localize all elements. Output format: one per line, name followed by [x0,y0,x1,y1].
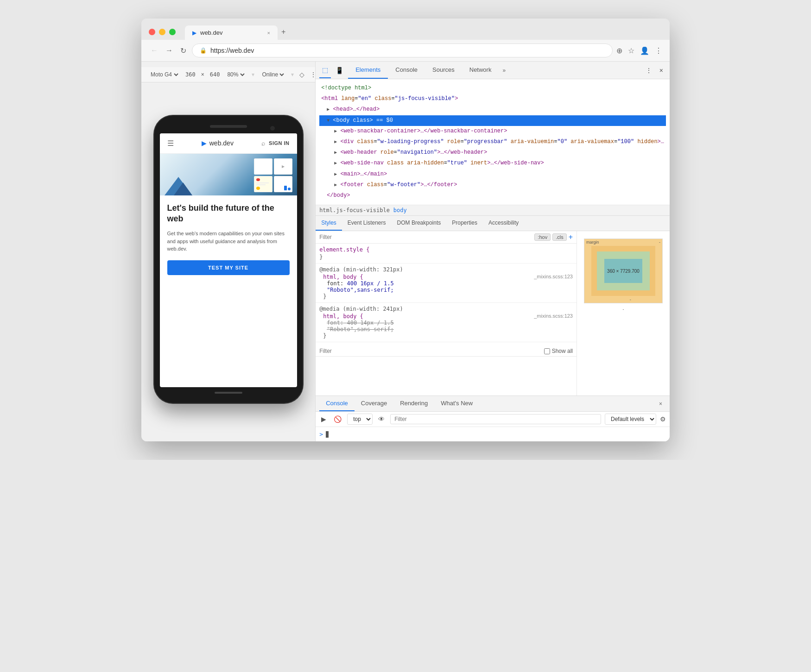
element-breadcrumb: html.js-focus-visible body [316,205,670,216]
show-all-label: Show all [544,348,573,354]
browser-tab-active[interactable]: ▶ web.dev × [185,25,278,40]
styles-tab-styles[interactable]: Styles [316,216,342,231]
css-selector-element-style[interactable]: element.style { [319,246,573,253]
css-prop-font-2: font: 400 14px / 1.5 [319,320,573,326]
console-eye-button[interactable]: 👁 [376,415,386,424]
maximize-button[interactable] [169,29,176,35]
filter-bar: :hov .cls + [316,231,577,244]
tree-head[interactable]: ▶ <head>…</head> [319,104,666,115]
menu-icon[interactable]: ⋮ [655,46,662,55]
refresh-button[interactable]: ↻ [178,44,188,57]
zoom-selector[interactable]: 80% [225,71,246,78]
filter-cls-badge[interactable]: .cls [552,233,567,241]
tree-html: <html lang="en" class="js-focus-visible"… [319,94,666,104]
tree-main[interactable]: ▶ <main>…</main> [319,169,666,180]
test-my-site-button[interactable]: TEST MY SITE [167,260,290,275]
css-rule-media-241: @media (min-width: 241px) html, body { _… [316,303,577,342]
console-play-button[interactable]: ▶ [319,415,328,424]
device-toolbar: Moto G4 360 × 640 80% ▾ Online ▾ ◇ ⋮ [141,67,315,82]
bookmark-icon[interactable]: ☆ [628,46,634,55]
css-close-media-2: } [323,333,573,339]
tab-network[interactable]: Network [462,62,499,79]
width-display: 360 [185,71,196,78]
address-input[interactable]: 🔒 https://web.dev [192,44,613,57]
capture-icon[interactable]: ◇ [299,71,304,78]
console-area: Console Coverage Rendering What's New × … [316,396,670,441]
tree-sidenav[interactable]: ▶ <web-side-nav class aria-hidden="true"… [319,158,666,169]
styles-tab-accessibility[interactable]: Accessibility [483,216,524,231]
phone-home-bar [215,392,242,394]
card-4 [274,176,292,192]
card-1 [254,158,272,175]
main-content: Moto G4 360 × 640 80% ▾ Online ▾ ◇ ⋮ [141,62,670,441]
minimize-button[interactable] [159,29,165,35]
styles-filter-input[interactable] [319,348,542,354]
breadcrumb-html[interactable]: html.js-focus-visible [319,207,390,214]
add-bookmark-icon[interactable]: ⊕ [616,46,622,55]
console-context-selector[interactable]: top [347,414,373,425]
forward-button[interactable]: → [164,44,175,57]
filter-hov-badge[interactable]: :hov [534,233,551,241]
devtools-tabs: Elements Console Sources Network » [348,62,641,79]
tree-header[interactable]: ▶ <web-header role="navigation">…</web-h… [319,147,666,158]
tab-console[interactable]: Console [388,62,425,79]
back-button[interactable]: ← [149,44,160,57]
tab-sources[interactable]: Sources [425,62,462,79]
tab-elements[interactable]: Elements [348,62,388,79]
device-selector[interactable]: Moto G4 [149,71,180,78]
new-tab-button[interactable]: + [278,24,289,40]
console-block-button[interactable]: 🚫 [332,415,343,424]
css-selector-htmlbody-2[interactable]: html, body { [323,313,363,320]
console-tab-rendering[interactable]: Rendering [393,396,434,411]
tab-close-button[interactable]: × [267,30,270,36]
tree-footer[interactable]: ▶ <footer class="w-footer">…</footer> [319,180,666,190]
tree-loading[interactable]: ▶ <div class="w-loading-progress" role="… [319,137,666,147]
title-bar: ▶ web.dev × + [141,19,670,40]
search-icon[interactable]: ⌕ [261,139,265,147]
inspect-element-button[interactable]: ⬚ [319,63,331,78]
devtools-menu-button[interactable]: ⋮ [643,63,655,78]
device-toggle-button[interactable]: 📱 [333,63,346,78]
console-tab-coverage[interactable]: Coverage [355,396,393,411]
console-tab-whats-new[interactable]: What's New [434,396,479,411]
breadcrumb-body[interactable]: body [393,207,407,214]
filter-input[interactable] [319,234,532,240]
console-cursor[interactable] [326,431,329,438]
console-filter-input[interactable] [390,414,601,424]
url-display: https://web.dev [210,47,254,54]
phone-container: ☰ ▶ web.dev ⌕ SIGN IN [145,82,312,436]
console-levels-selector[interactable]: Default levels [605,414,656,425]
tab-bar: ▶ web.dev × + [185,24,662,40]
card-grid: ▶ [254,158,292,192]
styles-tab-properties[interactable]: Properties [446,216,483,231]
close-button[interactable] [149,29,155,35]
css-selector-htmlbody-1[interactable]: html, body { [323,274,363,280]
styles-tab-event-listeners[interactable]: Event Listeners [342,216,392,231]
css-media-query-1: @media (min-width: 321px) [319,266,573,273]
css-media-query-2: @media (min-width: 241px) [319,306,573,312]
styles-tab-dom-breakpoints[interactable]: DOM Breakpoints [392,216,447,231]
console-close-button[interactable]: × [655,397,666,411]
tree-snackbar[interactable]: ▶ <web-snackbar-container>…</web-snackba… [319,126,666,137]
devtools-close-button[interactable]: × [657,63,666,78]
sign-in-button[interactable]: SIGN IN [269,140,289,146]
hamburger-icon[interactable]: ☰ [167,139,174,148]
styles-toolbar: Styles Event Listeners DOM Breakpoints P… [316,216,670,231]
tree-body-selected[interactable]: ▼ <body class> == $0 [319,115,666,126]
connectivity-selector[interactable]: Online [260,71,285,78]
phone-headline: Let's build the future of the web [167,203,290,225]
devtools-panel: ⬚ 📱 Elements Console Sources Network » ⋮… [316,62,670,441]
css-close-media-1: } [323,293,573,300]
console-settings-button[interactable]: ⚙ [660,415,666,423]
filter-add-button[interactable]: + [569,233,573,241]
styles-left-panel: :hov .cls + element.style { } @media (mi… [316,231,577,396]
more-options-icon[interactable]: ⋮ [310,71,316,78]
console-tab-console[interactable]: Console [319,396,355,411]
css-source-1: _mixins.scss:123 [534,274,573,279]
show-all-checkbox[interactable] [544,348,550,354]
webdev-logo: ▶ web.dev [202,139,234,147]
styles-panel: :hov .cls + element.style { } @media (mi… [316,231,670,396]
user-icon[interactable]: 👤 [640,46,649,55]
more-tabs-button[interactable]: » [499,63,509,77]
margin-value-top: - [659,240,660,245]
